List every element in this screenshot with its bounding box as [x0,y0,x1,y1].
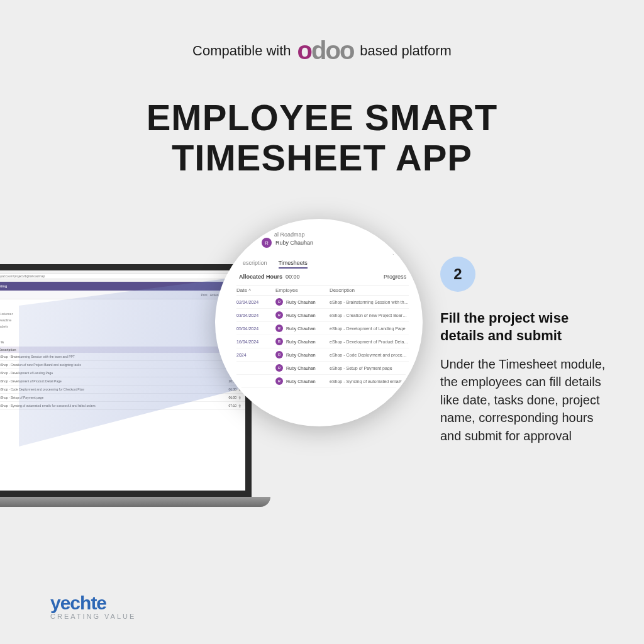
nav-reporting[interactable]: Reporting [0,284,7,288]
step-body: Under the Timesheet module, the employee… [440,355,615,445]
cell-date: 03/04/2024 [236,313,275,318]
step-number-badge: 2 [440,257,475,292]
avatar-icon: R [275,311,283,319]
cell-description: eShop - Code Deployment and processing f… [330,353,409,357]
cell-description: eShop - Development of Product Detail Pa… [330,340,409,344]
mag-tab-timesheets[interactable]: Timesheets [279,260,308,269]
mag-col-employee[interactable]: Employee [275,287,330,293]
table-row[interactable]: 02/04/2024RRuby ChauhaneShop - Brainstor… [0,353,245,361]
table-row[interactable]: 03/04/2024RRuby ChauhaneShop - Creation … [236,309,409,322]
odoo-logo: odoo [297,36,354,65]
cell-hours: 06:30 [214,387,236,391]
page-title-row: ☆ Digital Roadmap [0,299,245,311]
labels-label: Labels [0,325,13,328]
mag-alloc-label: Allocated Hours [239,274,282,280]
table-row[interactable]: 02/04/2024RRuby ChauhaneShop - Brainstor… [236,296,409,309]
cell-description: eShop - Syncing of automated emails for … [330,379,409,384]
mag-assignee: R Ruby Chauhan [236,238,409,248]
url-text: yechte.com/employeelogin/myaccount/proje… [0,274,45,278]
cell-description: eShop - Code Deployment and processing f… [0,387,214,391]
mag-header: Date ^ Employee Description [236,285,409,296]
cell-hours: 07:10 [214,404,236,408]
headline: EMPLOYEE SMART TIMESHEET APP [0,97,644,178]
avatar-icon: R [275,377,283,385]
yechte-tagline: CREATING VALUE [50,613,136,620]
table-row[interactable]: 05/04/2024RRuby ChauhaneShop - Developme… [236,322,409,335]
url-field[interactable]: 🔒 yechte.com/employeelogin/myaccount/pro… [0,273,242,279]
cell-description: eShop - Development of Landing Page [330,326,409,331]
headline-line2: TIMESHEET APP [0,138,644,178]
delete-icon[interactable]: 🗑 [236,396,242,399]
cell-employee: RRuby Chauhan [275,325,330,332]
alloc-row: Allocated Hours 00:00 Progress 0 % [0,338,245,347]
mag-roadmap-fragment: al Roadmap [236,231,409,238]
magnifier: al Roadmap R Ruby Chauhan Labe escriptio… [215,219,423,426]
add-line-button[interactable]: Add a line [0,410,245,418]
customer-label: Customer [0,312,13,316]
cell-description: eShop - Brainstorming Session with the t… [0,355,214,358]
cell-date: 02/04/2024 [236,300,275,304]
cell-description: eShop - Brainstorming Session with the t… [330,300,409,304]
table-row[interactable]: RRuby ChauhaneShop - Setup of Payment pa… [236,362,409,375]
compat-suffix: based platform [360,43,452,59]
cell-description: eShop - Syncing of automated emails for … [0,404,214,408]
cell-date: 16/04/2024 [236,340,275,344]
laptop-screen: ← → ↻ 🔒 yechte.com/employeelogin/myaccou… [0,264,252,497]
cell-employee: RRuby Chauhan [275,351,330,358]
compat-prefix: Compatible with [192,43,291,59]
cell-date: 2024 [236,353,275,357]
mag-col-date[interactable]: Date [236,287,247,293]
cell-employee: RRuby Chauhan [275,377,330,385]
table-row[interactable]: 08/04/2024RRuby ChauhaneShop - Developme… [0,377,245,386]
table-row[interactable]: 16/04/2024RRuby ChauhaneShop - Developme… [236,335,409,348]
compat-line: Compatible with odoo based platform [0,36,644,65]
table-row[interactable]: 11/04/2024RRuby ChauhaneShop - Setup of … [0,394,245,402]
print-button[interactable]: Print [201,293,207,297]
cell-description: eShop - Setup of Payment page [330,366,409,370]
mag-progress-label: Progress [384,274,406,280]
progress-value: 0 % [0,340,4,344]
table-row[interactable]: 13/04/2024RRuby ChauhaneShop - Syncing o… [0,402,245,410]
avatar-icon: R [275,351,283,358]
toolbar: Projects / Digital Roadmap Print Action … [0,291,245,299]
cell-employee: RRuby Chauhan [275,298,330,306]
delete-icon[interactable]: 🗑 [236,404,242,408]
step-title: Fill the project wise details and submit [440,309,615,344]
sheet-header: Date Employee Description Hours Spent [0,347,245,353]
app-nav: Project Projects My Tasks Reporting [0,282,245,291]
mag-tabs: escription Timesheets [236,260,409,269]
col-description[interactable]: Description [0,348,214,352]
mag-tab-description[interactable]: escription [243,260,267,269]
table-row[interactable]: 05/04/2024RRuby ChauhaneShop - Developme… [0,369,245,377]
cell-description: eShop - Development of Landing Page [0,371,214,375]
yechte-brand: yechte [50,592,136,614]
headline-line1: EMPLOYEE SMART [0,97,644,138]
avatar-icon: R [262,238,272,248]
mag-col-description[interactable]: Description [330,287,409,293]
table-row[interactable]: RRuby ChauhaneShop - Syncing of automate… [236,375,409,388]
avatar-icon: R [275,364,283,372]
yechte-logo: yechte CREATING VALUE [50,592,136,620]
cell-employee: RRuby Chauhan [275,311,330,319]
tabs-row: Description Timesheets [0,330,245,338]
browser-bar: ← → ↻ 🔒 yechte.com/employeelogin/myaccou… [0,270,245,282]
mag-alloc: Allocated Hours 00:00 Progress [236,269,409,285]
deadline-label: Deadline [0,318,13,322]
table-row[interactable]: 2024RRuby ChauhaneShop - Code Deployment… [236,348,409,362]
cell-description: eShop - Setup of Payment page [0,396,214,399]
sort-icon[interactable]: ^ [248,287,251,293]
avatar-icon: R [275,325,283,332]
laptop-base [0,497,270,507]
mag-employee: Ruby Chauhan [275,240,313,246]
avatar-icon: R [275,338,283,345]
cell-description: eShop - Creation of new Project Board an… [330,313,409,318]
cell-date: 05/04/2024 [236,326,275,331]
mag-labels-fragment: Labe [392,250,404,256]
table-row[interactable]: 03/04/2024RRuby ChauhaneShop - Creation … [0,361,245,369]
cell-description: eShop - Development of Product Detail Pa… [0,379,214,383]
table-row[interactable]: 09/04/2024RRuby ChauhaneShop - Code Depl… [0,386,245,394]
cell-hours: 06:00 [214,396,236,399]
action-button[interactable]: Action [210,293,219,297]
mag-meta: Labe [236,248,409,260]
cell-description: eShop - Creation of new Project Board an… [0,363,214,367]
